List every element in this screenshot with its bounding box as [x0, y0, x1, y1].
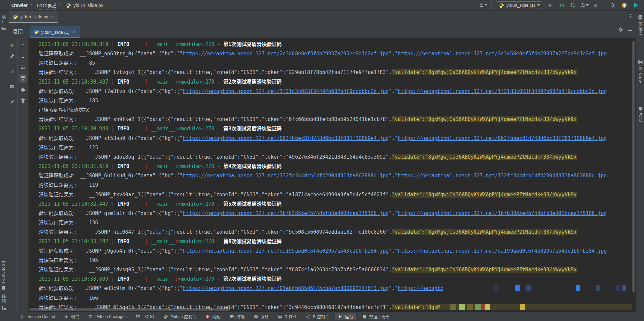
pymini-icon [163, 314, 168, 319]
console-text: 滑块验证结果为: __JSONP_sh9fke2_1({"data":{"res… [39, 116, 392, 122]
console-link[interactable]: https://necaptcha.nosdn.127.net/132fc344… [183, 173, 389, 179]
console-link[interactable]: https://necaptcha1.nosdn.127.net/0637bbe… [398, 135, 607, 141]
console-text: INFO [117, 163, 129, 169]
statusbar-item-终端[interactable]: 终端 [226, 313, 247, 320]
console-link[interactable]: https://necaptcha.nosdn.127.net/1f31d3c0… [183, 88, 389, 94]
run-button[interactable] [546, 1, 554, 9]
run-console-output[interactable]: 2023-11-05 23:10:29.819 | INFO | __main_… [29, 38, 636, 312]
toolbar-actions: yidun_slide (1) [479, 1, 640, 9]
wrap-button[interactable] [19, 63, 27, 71]
search-everywhere-button[interactable] [608, 1, 617, 9]
console-link[interactable]: https://necaptcha.nosdn.127.net/1b7b3855… [183, 210, 389, 216]
wrench-button[interactable] [8, 52, 16, 60]
breadcrumb-project[interactable]: crawler [11, 3, 28, 8]
pkg-icon [88, 314, 93, 319]
console-text: 滑块验证结果为: __JSONP_n1c0847_1({"data":{"res… [39, 229, 392, 235]
horizontal-scrollbar[interactable] [29, 308, 230, 311]
statusbar-item-python-控制台[interactable]: Python 控制台 [160, 313, 199, 320]
console-line: 滑块验证结果为: __JSONP_lvtvgk4_1({"data":{"res… [39, 68, 636, 77]
console-text: 验证码获取成功 __JSONP_qsm1a1r_0({"data":{"bg":… [39, 210, 183, 216]
console-link[interactable]: https://necaptcha.nosdn.127.net/2c3d68e8… [183, 51, 389, 57]
statusbar-item-version-control[interactable]: Version Control [17, 313, 58, 320]
statusbar-item-服务[interactable]: 服务 [251, 313, 271, 320]
editor-tab-yidun-slide[interactable]: yidun_slide.py × [9, 11, 58, 23]
debug-button[interactable] [557, 1, 566, 9]
trash-button[interactable] [19, 97, 27, 105]
console-text: 验证码获取成功 __JSONP_i7e3tvo_0({"data":{"bg":… [39, 88, 183, 94]
statusbar-item-问题[interactable]: 问题 [202, 313, 223, 320]
color-block [485, 304, 490, 310]
highlight-band [490, 304, 520, 310]
console-text: __main__ [151, 126, 175, 132]
breadcrumb-folder[interactable]: 0012易盾 [37, 2, 57, 9]
coverage-button[interactable] [569, 1, 577, 9]
tool-stripe-structure[interactable]: 结构 [1, 292, 6, 312]
stopd-button[interactable] [8, 67, 16, 75]
ide-window: crawler 〉 0012易盾 〉 yidun_slide.py yidun_… [0, 0, 644, 321]
console-link[interactable]: https://necaptcha1.nosdn.127.net/1b7b385… [398, 210, 607, 216]
console-link[interactable]: https://necaptcha.nosdn.127.net/da199aed… [183, 248, 389, 254]
user-account-button[interactable] [479, 1, 487, 9]
console-link[interactable]: https://necaptc [398, 285, 443, 291]
console-link[interactable]: https://necaptcha.nosdn.127.net/0637bbec… [183, 135, 389, 141]
svg-text:R: R [279, 315, 281, 318]
vertical-scrollbar[interactable] [632, 41, 635, 293]
tool-stripe-project[interactable]: 项目 [1, 13, 6, 33]
console-text [129, 238, 145, 245]
console-text: | [145, 126, 151, 132]
bookmark-icon [1, 286, 6, 291]
statusbar-item-label: 终端 [236, 314, 245, 319]
hide-panel-icon[interactable] [628, 30, 632, 31]
close-icon[interactable]: × [50, 14, 54, 19]
printer-button[interactable] [19, 86, 27, 94]
console-text: __main__ [151, 41, 175, 47]
console-link[interactable]: https://necaptcha1.nosdn.127.net/132fc34… [398, 173, 607, 179]
run-tab-yidun-slide[interactable]: yidun_slide (1) × [30, 26, 80, 38]
console-text: <module> [178, 201, 202, 207]
console-text: | [111, 276, 117, 282]
more-tabs-icon[interactable] [628, 14, 633, 19]
color-block [526, 285, 531, 291]
statusbar-item-python-packages[interactable]: Python Packages [85, 313, 129, 320]
right-tool-stripe: 数据库SciView通知 [636, 11, 644, 312]
console-text: 验证码获取成功 __JSONP_j9gob4n_0({"data":{"bg":… [39, 248, 183, 254]
tool-stripe-sciview[interactable]: SciView [638, 58, 643, 84]
statusbar-item-r-控制台[interactable]: RR 控制台 [303, 313, 332, 320]
structure-icon [1, 305, 6, 310]
console-link[interactable]: https://necaptcha.nosdn.127.net/01ebdb03… [183, 285, 389, 291]
console-text: : [202, 126, 205, 132]
ide-plugin-button[interactable] [631, 1, 640, 9]
layout-button[interactable] [8, 83, 16, 91]
scrollend-button[interactable] [19, 74, 27, 83]
profiler-button[interactable] [580, 1, 589, 9]
stop-button[interactable] [591, 1, 600, 9]
console-text: | [111, 163, 117, 169]
pin-button[interactable] [8, 98, 16, 106]
run-config-selector[interactable]: yidun_slide (1) [496, 1, 543, 9]
gear-icon[interactable] [618, 27, 623, 32]
console-line: 验证码获取成功 __JSONP_st53ap9_0({"data":{"bg":… [39, 133, 636, 143]
statusbar-item-调试[interactable]: 调试 [61, 313, 82, 320]
console-link[interactable]: https://necaptcha1.nosdn.127.net/2c3d68e… [398, 51, 607, 57]
err-icon [205, 314, 210, 319]
tool-stripe-database[interactable]: 数据库 [637, 13, 643, 37]
layout-icon [10, 84, 15, 89]
console-text: 滑块验证结果为: __JSONP_jdvsg05_1({"data":{"res… [39, 267, 392, 273]
spacer [600, 286, 616, 291]
tool-stripe-notifications[interactable]: 通知 [637, 105, 643, 124]
tool-stripe-bookmarks[interactable]: Bookmarks [1, 260, 6, 292]
tool-stripe-label: 通知 [637, 113, 643, 123]
statusbar-item-r-作业[interactable]: RR 作业 [275, 313, 300, 320]
statusbar-item-数据库更改[interactable]: 数据库更改 [359, 313, 392, 320]
console-link[interactable]: https://necaptcha1.nosdn.127.net/1f31d3c… [398, 88, 607, 94]
console-link[interactable]: https://necaptcha1.nosdn.127.net/da199ae… [398, 248, 607, 254]
close-icon[interactable]: × [72, 30, 76, 35]
down-button[interactable] [19, 52, 27, 60]
console-text [220, 126, 223, 132]
rerun-button[interactable] [8, 41, 16, 49]
update-button[interactable] [620, 1, 629, 9]
up-button[interactable] [19, 41, 27, 49]
statusbar-item-运行[interactable]: 运行 [335, 313, 356, 320]
statusbar-item-todo[interactable]: TODO [132, 313, 157, 320]
breadcrumb-file[interactable]: yidun_slide.py [73, 3, 103, 8]
